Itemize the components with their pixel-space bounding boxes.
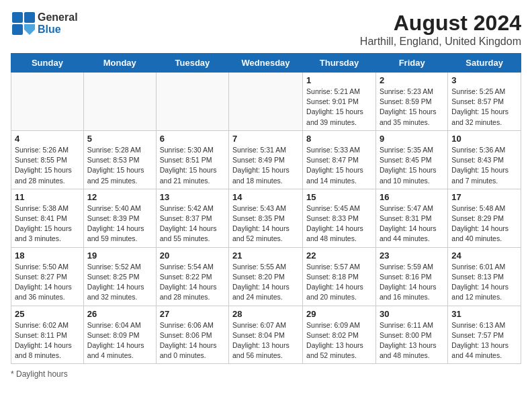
cell-info: Sunrise: 6:07 AMSunset: 8:04 PMDaylight:… [232, 320, 299, 361]
day-header-sunday: Sunday [11, 54, 84, 73]
cell-info: Sunrise: 5:48 AMSunset: 8:29 PMDaylight:… [451, 203, 517, 244]
calendar-cell: 9Sunrise: 5:35 AMSunset: 8:45 PMDaylight… [375, 130, 447, 189]
calendar-cell: 28Sunrise: 6:07 AMSunset: 8:04 PMDayligh… [229, 306, 303, 364]
week-row-2: 4Sunrise: 5:26 AMSunset: 8:55 PMDaylight… [11, 130, 521, 189]
cell-info: Sunrise: 5:47 AMSunset: 8:31 PMDaylight:… [380, 203, 444, 244]
cell-info: Sunrise: 5:55 AMSunset: 8:20 PMDaylight:… [232, 262, 299, 303]
cell-info: Sunrise: 5:21 AMSunset: 9:01 PMDaylight:… [306, 87, 372, 128]
day-header-tuesday: Tuesday [156, 54, 228, 73]
calendar-cell: 8Sunrise: 5:33 AMSunset: 8:47 PMDaylight… [303, 130, 376, 189]
day-header-wednesday: Wednesday [229, 54, 303, 73]
calendar-cell: 29Sunrise: 6:09 AMSunset: 8:02 PMDayligh… [303, 306, 376, 364]
calendar-cell: 1Sunrise: 5:21 AMSunset: 9:01 PMDaylight… [303, 73, 376, 131]
date-number: 20 [160, 250, 225, 261]
date-number: 17 [451, 192, 517, 202]
calendar-cell [229, 73, 303, 131]
cell-info: Sunrise: 6:02 AMSunset: 8:11 PMDaylight:… [15, 320, 80, 361]
date-number: 2 [380, 75, 444, 85]
date-number: 25 [15, 309, 80, 319]
calendar-cell: 27Sunrise: 6:06 AMSunset: 8:06 PMDayligh… [156, 306, 228, 364]
date-number: 10 [451, 134, 517, 144]
calendar-cell: 23Sunrise: 5:59 AMSunset: 8:16 PMDayligh… [375, 247, 447, 306]
calendar-cell [11, 73, 84, 131]
logo-general: General [38, 11, 78, 24]
svg-rect-1 [24, 12, 35, 23]
cell-info: Sunrise: 5:31 AMSunset: 8:49 PMDaylight:… [232, 145, 299, 186]
date-number: 28 [232, 309, 299, 319]
date-number: 24 [451, 250, 517, 261]
footer-note-text: Daylight hours [16, 369, 68, 379]
calendar-cell: 26Sunrise: 6:04 AMSunset: 8:09 PMDayligh… [83, 306, 156, 364]
week-row-1: 1Sunrise: 5:21 AMSunset: 9:01 PMDaylight… [11, 73, 521, 131]
calendar-cell: 15Sunrise: 5:45 AMSunset: 8:33 PMDayligh… [303, 189, 376, 247]
calendar-cell: 11Sunrise: 5:38 AMSunset: 8:41 PMDayligh… [11, 189, 84, 247]
calendar-cell [83, 73, 156, 131]
logo: General Blue [11, 11, 78, 36]
cell-info: Sunrise: 5:57 AMSunset: 8:18 PMDaylight:… [306, 262, 372, 303]
main-title: August 2024 [360, 11, 521, 36]
calendar-cell: 16Sunrise: 5:47 AMSunset: 8:31 PMDayligh… [375, 189, 447, 247]
cell-info: Sunrise: 5:45 AMSunset: 8:33 PMDaylight:… [306, 203, 372, 244]
calendar-cell: 7Sunrise: 5:31 AMSunset: 8:49 PMDaylight… [229, 130, 303, 189]
date-number: 27 [160, 309, 225, 319]
cell-info: Sunrise: 5:25 AMSunset: 8:57 PMDaylight:… [451, 87, 517, 128]
calendar-cell: 30Sunrise: 6:11 AMSunset: 8:00 PMDayligh… [375, 306, 447, 364]
cell-info: Sunrise: 6:11 AMSunset: 8:00 PMDaylight:… [380, 320, 444, 361]
cell-info: Sunrise: 5:36 AMSunset: 8:43 PMDaylight:… [451, 145, 517, 186]
cell-info: Sunrise: 6:06 AMSunset: 8:06 PMDaylight:… [160, 320, 225, 361]
calendar-cell: 20Sunrise: 5:54 AMSunset: 8:22 PMDayligh… [156, 247, 228, 306]
date-number: 18 [15, 250, 80, 261]
date-number: 23 [380, 250, 444, 261]
cell-info: Sunrise: 5:33 AMSunset: 8:47 PMDaylight:… [306, 145, 372, 186]
date-number: 4 [15, 134, 80, 144]
cell-info: Sunrise: 5:59 AMSunset: 8:16 PMDaylight:… [380, 262, 444, 303]
cell-info: Sunrise: 6:04 AMSunset: 8:09 PMDaylight:… [87, 320, 152, 361]
day-header-saturday: Saturday [448, 54, 521, 73]
calendar-cell: 18Sunrise: 5:50 AMSunset: 8:27 PMDayligh… [11, 247, 84, 306]
subtitle: Harthill, England, United Kingdom [360, 36, 521, 48]
cell-info: Sunrise: 6:01 AMSunset: 8:13 PMDaylight:… [451, 262, 517, 303]
calendar-cell: 31Sunrise: 6:13 AMSunset: 7:57 PMDayligh… [448, 306, 521, 364]
svg-rect-2 [12, 24, 23, 35]
cell-info: Sunrise: 5:38 AMSunset: 8:41 PMDaylight:… [15, 203, 80, 244]
svg-marker-3 [24, 24, 35, 35]
calendar-cell: 10Sunrise: 5:36 AMSunset: 8:43 PMDayligh… [448, 130, 521, 189]
date-number: 26 [87, 309, 152, 319]
week-row-5: 25Sunrise: 6:02 AMSunset: 8:11 PMDayligh… [11, 306, 521, 364]
calendar-cell: 17Sunrise: 5:48 AMSunset: 8:29 PMDayligh… [448, 189, 521, 247]
cell-info: Sunrise: 5:52 AMSunset: 8:25 PMDaylight:… [87, 262, 152, 303]
day-header-monday: Monday [83, 54, 156, 73]
cell-info: Sunrise: 5:54 AMSunset: 8:22 PMDaylight:… [160, 262, 225, 303]
calendar-cell: 5Sunrise: 5:28 AMSunset: 8:53 PMDaylight… [83, 130, 156, 189]
cell-info: Sunrise: 6:09 AMSunset: 8:02 PMDaylight:… [306, 320, 372, 361]
cell-info: Sunrise: 5:26 AMSunset: 8:55 PMDaylight:… [15, 145, 80, 186]
date-number: 8 [306, 134, 372, 144]
logo-icon [11, 11, 36, 36]
calendar-cell: 14Sunrise: 5:43 AMSunset: 8:35 PMDayligh… [229, 189, 303, 247]
date-number: 11 [15, 192, 80, 202]
calendar-cell: 13Sunrise: 5:42 AMSunset: 8:37 PMDayligh… [156, 189, 228, 247]
title-block: August 2024 Harthill, England, United Ki… [360, 11, 521, 48]
date-number: 7 [232, 134, 299, 144]
date-number: 14 [232, 192, 299, 202]
calendar-table: SundayMondayTuesdayWednesdayThursdayFrid… [11, 53, 521, 364]
cell-info: Sunrise: 5:23 AMSunset: 8:59 PMDaylight:… [380, 87, 444, 128]
calendar-cell: 25Sunrise: 6:02 AMSunset: 8:11 PMDayligh… [11, 306, 84, 364]
week-row-4: 18Sunrise: 5:50 AMSunset: 8:27 PMDayligh… [11, 247, 521, 306]
calendar-body: 1Sunrise: 5:21 AMSunset: 9:01 PMDaylight… [11, 73, 521, 364]
date-number: 13 [160, 192, 225, 202]
cell-info: Sunrise: 5:40 AMSunset: 8:39 PMDaylight:… [87, 203, 152, 244]
date-number: 9 [380, 134, 444, 144]
date-number: 29 [306, 309, 372, 319]
calendar-cell: 4Sunrise: 5:26 AMSunset: 8:55 PMDaylight… [11, 130, 84, 189]
date-number: 15 [306, 192, 372, 202]
date-number: 12 [87, 192, 152, 202]
calendar-cell: 6Sunrise: 5:30 AMSunset: 8:51 PMDaylight… [156, 130, 228, 189]
footer-note: * Daylight hours [11, 369, 521, 379]
cell-info: Sunrise: 5:50 AMSunset: 8:27 PMDaylight:… [15, 262, 80, 303]
date-number: 21 [232, 250, 299, 261]
cell-info: Sunrise: 5:28 AMSunset: 8:53 PMDaylight:… [87, 145, 152, 186]
logo-blue: Blue [38, 24, 78, 36]
date-number: 22 [306, 250, 372, 261]
calendar-cell: 19Sunrise: 5:52 AMSunset: 8:25 PMDayligh… [83, 247, 156, 306]
